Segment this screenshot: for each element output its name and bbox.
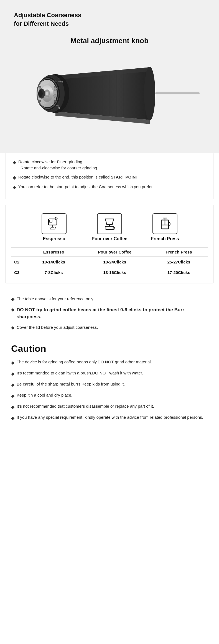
row-c3-label: C3 <box>11 267 28 278</box>
svg-point-33 <box>39 100 41 102</box>
info-text-1: The table above is for your reference on… <box>17 296 94 302</box>
instruction-item-3: ◆ You can refer to the start point to ad… <box>13 184 206 191</box>
instruction-item-1: ◆ Rotate clocewise for Finer grinding. R… <box>13 159 206 171</box>
instruction-rotate-fine: Rotate clocewise for Finer grinding. <box>18 159 83 164</box>
info-item-1: ◆ The table above is for your reference … <box>11 296 208 302</box>
caution-text-6: If you have any special requirement, kin… <box>17 414 203 421</box>
caution-section: Caution ◆ The device is for grinding cof… <box>0 340 219 434</box>
svg-text:⊕: ⊕ <box>58 106 60 109</box>
col-header-grinder <box>11 247 28 257</box>
caution-text-5: It's not recommended that customers disa… <box>17 403 154 410</box>
svg-rect-30 <box>155 92 200 92</box>
col-header-french-press: French Press <box>150 247 208 257</box>
bullet-3: ◆ <box>13 184 16 191</box>
caution-bullet-6: ◆ <box>11 415 14 421</box>
pour-over-icon-box <box>97 213 122 234</box>
grinding-table-section: Esspresso <box>6 205 213 283</box>
row-c3-pour-over: 13-16Clicks <box>79 267 150 278</box>
clicks-table: Esspresso Pour over Coffee French Press … <box>11 247 208 278</box>
svg-point-32 <box>54 86 56 87</box>
table-header-row: Esspresso Pour over Coffee French Press <box>11 247 208 257</box>
caution-bullet-4: ◆ <box>11 393 14 399</box>
caution-bullet-2: ◆ <box>11 371 14 377</box>
caution-bullet-5: ◆ <box>11 404 14 410</box>
info-section: ◆ The table above is for your reference … <box>0 289 219 340</box>
instruction-text-2: Rotate clockwise to the end, this positi… <box>18 174 138 180</box>
instruction-rotate-coarse: Rotate anti-clocewise for coarser grindi… <box>18 165 98 170</box>
instruction-text-1: Rotate clocewise for Finer grinding. Rot… <box>18 159 98 171</box>
instruction-text-3: You can refer to the start point to adju… <box>18 184 154 190</box>
table-row-c2: C2 10-14Clicks 18-24Clicks 25-27Clicks <box>11 257 208 267</box>
col-header-espresso: Esspresso <box>28 247 79 257</box>
svg-point-21 <box>46 92 48 95</box>
pour-over-icon <box>103 217 116 231</box>
info-bullet-2: ◆ <box>11 306 14 313</box>
metal-knob-title: Metal adjustment knob <box>14 37 205 45</box>
coffee-type-pour-over: Pour over Coffee <box>82 213 137 241</box>
svg-point-31 <box>39 86 41 87</box>
caution-text-2: It's recommended to clean itwith a brush… <box>17 370 143 376</box>
caution-item-4: ◆ Keep itin a cool and dry place. <box>11 392 208 399</box>
caution-text-4: Keep itin a cool and dry place. <box>17 392 72 399</box>
french-press-label: French Press <box>151 236 179 241</box>
caution-title: Caution <box>11 343 208 354</box>
espresso-icon-box <box>42 213 67 234</box>
bullet-1: ◆ <box>13 159 16 166</box>
caution-item-2: ◆ It's recommended to clean itwith a bru… <box>11 370 208 377</box>
svg-point-36 <box>38 90 43 97</box>
french-press-icon-box <box>152 213 177 234</box>
pour-over-label: Pour over Coffee <box>92 236 128 241</box>
svg-text:+: + <box>58 77 60 80</box>
instruction-item-2: ◆ Rotate clockwise to the end, this posi… <box>13 174 206 181</box>
instructions-box: ◆ Rotate clocewise for Finer grinding. R… <box>6 153 213 199</box>
row-c2-pour-over: 18-24Clicks <box>79 257 150 267</box>
info-text-2: DO NOT try to grind coffee beans at the … <box>17 306 208 320</box>
caution-text-3: Be careful of the sharp metal burrs.Keep… <box>17 381 125 387</box>
row-c3-espresso: 7-8Clicks <box>28 267 79 278</box>
info-item-2: ◆ DO NOT try to grind coffee beans at th… <box>11 306 208 320</box>
svg-point-34 <box>54 100 56 102</box>
col-header-pour-over: Pour over Coffee <box>79 247 150 257</box>
grinder-image: ESPRESSO 1.8 CHESTNUT C POUR OVER ⟵ COAR… <box>14 51 205 136</box>
grinder-svg: ESPRESSO 1.8 CHESTNUT C POUR OVER ⟵ COAR… <box>19 51 200 136</box>
info-text-3: Cover the lid before your adjust coarsen… <box>17 324 98 331</box>
bullet-2: ◆ <box>13 174 16 181</box>
info-bullet-1: ◆ <box>11 296 14 302</box>
row-c2-french-press: 25-27Clicks <box>150 257 208 267</box>
row-c2-label: C2 <box>11 257 28 267</box>
coffee-types-row: Esspresso <box>11 213 208 241</box>
start-point-label: START POINT <box>111 175 138 179</box>
table-row-c3: C3 7-8Clicks 13-16Clicks 17-20Clicks <box>11 267 208 278</box>
svg-point-13 <box>144 67 155 120</box>
svg-rect-29 <box>155 92 200 94</box>
svg-text:1.8: 1.8 <box>40 81 42 83</box>
caution-item-3: ◆ Be careful of the sharp metal burrs.Ke… <box>11 381 208 388</box>
caution-text-1: The device is for grinding coffee beans … <box>17 359 152 365</box>
caution-item-5: ◆ It's not recommended that customers di… <box>11 403 208 410</box>
caution-item-1: ◆ The device is for grinding coffee bean… <box>11 359 208 366</box>
caution-bullet-1: ◆ <box>11 359 14 366</box>
espresso-label: Esspresso <box>43 236 65 241</box>
info-bullet-3: ◆ <box>11 324 14 331</box>
hero-title: Adjustable Coarseness for Different Need… <box>14 11 205 28</box>
info-item-3: ◆ Cover the lid before your adjust coars… <box>11 324 208 331</box>
french-press-icon <box>158 217 172 231</box>
page: Adjustable Coarseness for Different Need… <box>0 0 219 644</box>
coffee-type-espresso: Esspresso <box>26 213 82 241</box>
coffee-type-french-press: French Press <box>137 213 193 241</box>
hero-section: Adjustable Coarseness for Different Need… <box>0 0 219 153</box>
espresso-icon <box>47 217 61 231</box>
caution-bullet-3: ◆ <box>11 382 14 388</box>
svg-rect-38 <box>49 220 52 222</box>
caution-item-6: ◆ If you have any special requirement, k… <box>11 414 208 421</box>
row-c2-espresso: 10-14Clicks <box>28 257 79 267</box>
row-c3-french-press: 17-20Clicks <box>150 267 208 278</box>
